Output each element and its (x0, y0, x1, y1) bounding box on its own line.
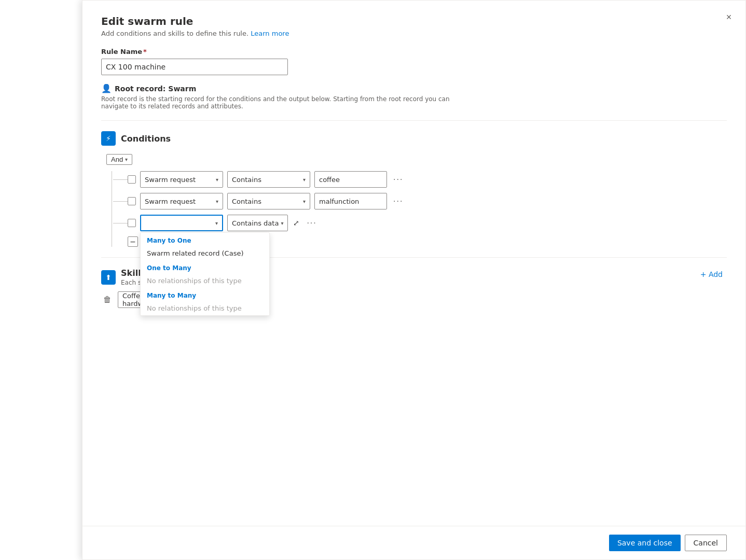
root-record-description: Root record is the starting record for t… (101, 95, 464, 110)
condition-3-field-chevron: ▾ (215, 220, 218, 226)
many-to-one-group-label: Many to One (141, 233, 269, 246)
panel-subtitle: Add conditions and skills to define this… (101, 30, 727, 37)
root-record-header: 👤 Root record: Swarm (101, 83, 727, 93)
cancel-button[interactable]: Cancel (685, 535, 727, 551)
one-to-many-group-label: One to Many (141, 260, 269, 274)
add-skill-button[interactable]: + Add (696, 268, 727, 281)
condition-1-more-button[interactable]: ··· (391, 174, 405, 185)
rule-name-input[interactable] (101, 59, 288, 75)
rule-name-label: Rule Name* (101, 48, 727, 55)
condition-2-operator-select[interactable]: Contains ▾ (227, 193, 310, 209)
condition-2-value[interactable]: malfunction (314, 193, 387, 209)
trash-icon: 🗑 (103, 295, 112, 304)
many-to-many-none-item: No relationships of this type (141, 301, 269, 315)
root-record-label: Root record: Swarm (115, 85, 196, 93)
root-record-icon: 👤 (101, 83, 112, 93)
condition-3-checkbox[interactable] (128, 219, 136, 227)
collapse-button[interactable]: − (128, 236, 138, 247)
many-to-many-group-label: Many to Many (141, 288, 269, 301)
condition-2-field-select[interactable]: Swarm request ▾ (140, 193, 223, 209)
conditions-icon: ⚡ (101, 131, 116, 146)
condition-2-field-chevron: ▾ (216, 199, 218, 204)
condition-3-dropdown-menu: Many to One Swarm related record (Case) … (140, 232, 270, 316)
condition-2-checkbox[interactable] (128, 197, 136, 205)
and-badge[interactable]: And ▾ (106, 154, 132, 165)
swarm-related-case-item[interactable]: Swarm related record (Case) (141, 246, 269, 260)
one-to-many-none-item: No relationships of this type (141, 274, 269, 288)
condition-1-value[interactable]: coffee (314, 171, 387, 188)
condition-1-field-chevron: ▾ (216, 177, 218, 183)
delete-skill-button[interactable]: 🗑 (101, 293, 114, 306)
condition-1-operator-chevron: ▾ (303, 177, 306, 183)
condition-3-operator-select[interactable]: Contains data ▾ (227, 215, 288, 231)
condition-row-3: ▾ Many to One Swarm related record (Case… (128, 215, 727, 231)
condition-row-1: Swarm request ▾ Contains ▾ coffee ··· (128, 171, 727, 188)
condition-3-expand-icon[interactable]: ⤢ (292, 218, 300, 228)
condition-2-more-button[interactable]: ··· (391, 195, 405, 207)
condition-3-more-button[interactable]: ··· (305, 217, 319, 229)
condition-3-field-dropdown-container: ▾ Many to One Swarm related record (Case… (140, 215, 223, 231)
close-icon: × (726, 12, 732, 23)
condition-3-operator-chevron: ▾ (281, 220, 283, 226)
condition-3-field-select[interactable]: ▾ (140, 215, 223, 231)
condition-1-operator-select[interactable]: Contains ▾ (227, 171, 310, 188)
edit-swarm-rule-panel: × Edit swarm rule Add conditions and ski… (82, 0, 746, 560)
condition-2-operator-chevron: ▾ (303, 199, 306, 204)
conditions-tree: Swarm request ▾ Contains ▾ coffee ··· Sw… (112, 171, 727, 247)
conditions-title: Conditions (121, 134, 171, 144)
and-chevron-icon: ▾ (125, 157, 128, 162)
save-and-close-button[interactable]: Save and close (609, 535, 681, 551)
close-button[interactable]: × (721, 9, 737, 25)
learn-more-link[interactable]: Learn more (251, 30, 289, 37)
panel-title: Edit swarm rule (101, 15, 727, 27)
skills-icon: ⬆ (101, 270, 116, 285)
conditions-section-header: ⚡ Conditions (101, 131, 727, 146)
condition-1-checkbox[interactable] (128, 175, 136, 184)
condition-1-field-select[interactable]: Swarm request ▾ (140, 171, 223, 188)
condition-row-2: Swarm request ▾ Contains ▾ malfunction ·… (128, 193, 727, 209)
divider-1 (101, 120, 727, 121)
conditions-area: And ▾ Swarm request ▾ Contains ▾ coffee … (106, 154, 727, 247)
panel-footer: Save and close Cancel (82, 526, 745, 559)
